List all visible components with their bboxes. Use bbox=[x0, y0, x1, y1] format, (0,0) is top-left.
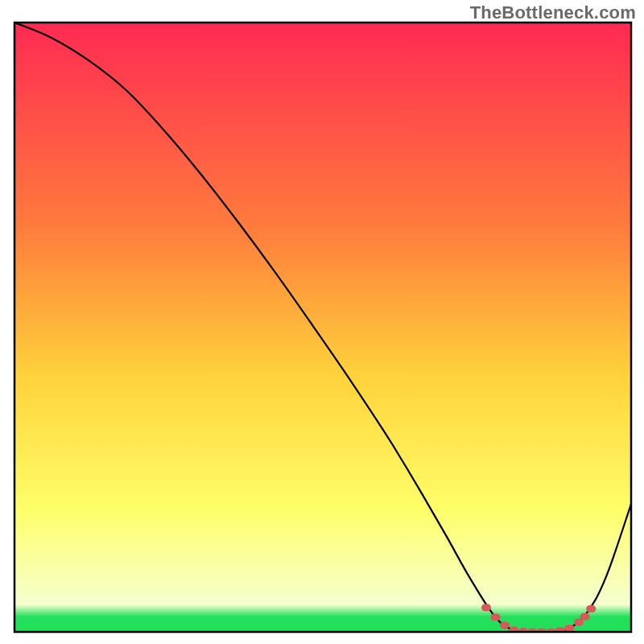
bottleneck-chart bbox=[0, 0, 644, 644]
optimal-marker bbox=[564, 625, 574, 632]
watermark-label: TheBottleneck.com bbox=[470, 2, 636, 23]
chart-stage: TheBottleneck.com bbox=[0, 0, 644, 644]
optimal-marker bbox=[500, 621, 510, 629]
optimal-marker bbox=[490, 613, 500, 621]
optimal-marker bbox=[555, 627, 565, 634]
optimal-marker bbox=[580, 613, 590, 621]
optimal-marker bbox=[586, 605, 596, 613]
gradient-background bbox=[14, 23, 631, 632]
optimal-marker bbox=[481, 604, 491, 611]
